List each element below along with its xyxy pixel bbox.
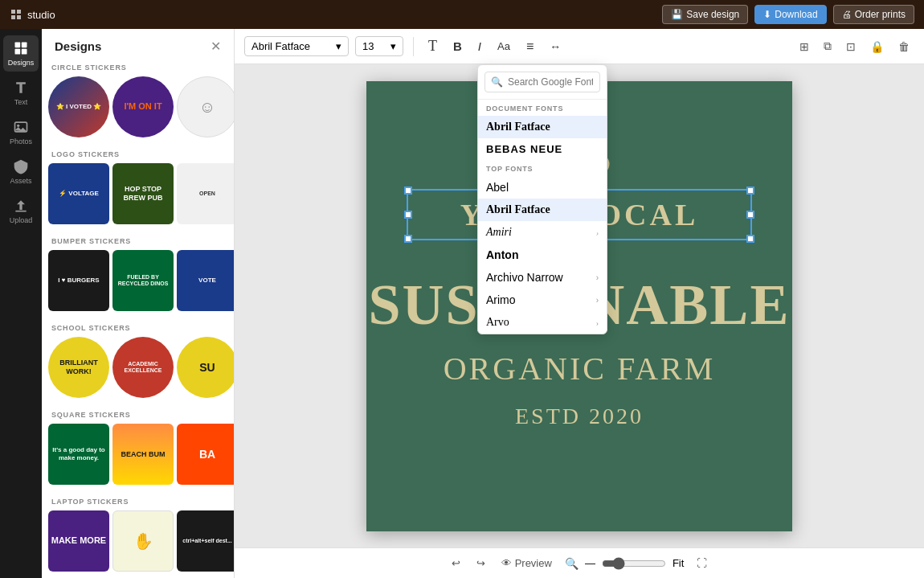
- list-item[interactable]: HOP STOP BREW PUB: [112, 163, 174, 224]
- header: studio 💾 Save design ⬇ Download 🖨 Order …: [0, 0, 924, 29]
- canvas-area: Abril Fatface ▾ 13 ▾ T B I Aa ≡ ↔ ⊞ ⧉ ⊡ …: [235, 29, 924, 578]
- toolbar-right: ⊞ ⧉ ⊡ 🔒 🗑: [795, 36, 914, 56]
- list-item[interactable]: ✋: [112, 510, 174, 572]
- duplicate-button[interactable]: ⧉: [819, 36, 836, 56]
- designs-panel-close[interactable]: ✕: [211, 39, 221, 54]
- list-item[interactable]: FUELED BY RECYCLED DINOS: [112, 250, 174, 311]
- arvo-chevron: ›: [596, 318, 599, 327]
- bold-button[interactable]: B: [448, 36, 467, 56]
- header-left: studio: [10, 8, 55, 21]
- sticker-text: ⭐ I VOTED ⭐: [55, 101, 103, 113]
- list-item[interactable]: BEACH BUM: [112, 424, 174, 485]
- sidebar-item-photos[interactable]: Photos: [3, 114, 39, 150]
- header-right: 💾 Save design ⬇ Download 🖨 Order prints: [662, 5, 914, 24]
- grid-toggle-button[interactable]: ⊞: [795, 36, 814, 56]
- handle-tr[interactable]: [746, 187, 754, 195]
- undo-icon: ↩: [452, 557, 460, 569]
- list-item[interactable]: VOTE: [177, 250, 234, 311]
- sticker-text: SU: [198, 359, 216, 376]
- text-icon-btn[interactable]: T: [423, 35, 442, 58]
- archivo-chevron: ›: [596, 273, 599, 282]
- handle-ml[interactable]: [404, 211, 412, 219]
- handle-bl[interactable]: [404, 235, 412, 243]
- bumper-stickers-label: BUMPER STICKERS: [48, 234, 227, 250]
- spacing-button[interactable]: ↔: [545, 37, 566, 56]
- photos-icon: [13, 119, 29, 135]
- sticker-text: BA: [198, 446, 217, 463]
- sticker-text: ACADEMIC EXCELLENCE: [112, 359, 174, 376]
- italic-button[interactable]: I: [473, 36, 486, 56]
- font-item-label: Arvo: [486, 316, 509, 329]
- svg-rect-3: [22, 49, 27, 55]
- list-item[interactable]: I ♥ BURGERS: [48, 250, 109, 311]
- sticker-text: ☺: [198, 96, 217, 118]
- text-toolbar: Abril Fatface ▾ 13 ▾ T B I Aa ≡ ↔ ⊞ ⧉ ⊡ …: [235, 29, 924, 64]
- zoom-slider[interactable]: [602, 557, 666, 570]
- font-size-selector[interactable]: 13 ▾: [355, 36, 403, 56]
- redo-icon: ↪: [476, 557, 485, 569]
- list-item[interactable]: ctrl+alt+self dest...: [177, 510, 234, 572]
- case-button[interactable]: Aa: [493, 37, 515, 55]
- font-search-box: 🔍: [478, 65, 607, 100]
- font-search-wrapper: 🔍: [484, 72, 600, 92]
- list-item[interactable]: MAKE MORE: [48, 510, 109, 572]
- logo-icon: [10, 8, 22, 21]
- font-item-abel[interactable]: Abel: [478, 176, 607, 199]
- eye-icon: 👁: [501, 557, 512, 569]
- preview-button[interactable]: 👁 Preview: [498, 554, 555, 572]
- toolbar-divider-1: [413, 37, 414, 56]
- handle-mr[interactable]: [746, 211, 754, 219]
- list-item[interactable]: ⚡ VOLTAGE: [48, 163, 109, 224]
- list-item[interactable]: ACADEMIC EXCELLENCE: [112, 337, 174, 398]
- font-item-archivo-narrow[interactable]: Archivo Narrow ›: [478, 266, 607, 289]
- sidebar-item-text[interactable]: Text: [3, 75, 39, 111]
- download-button[interactable]: ⬇ Download: [754, 5, 826, 24]
- logo-stickers-section: LOGO STICKERS ⚡ VOLTAGE HOP STOP BREW PU…: [48, 147, 227, 224]
- sticker-text: BEACH BUM: [120, 449, 167, 461]
- sidebar-item-assets[interactable]: Assets: [3, 154, 39, 190]
- list-item[interactable]: I'M ON IT: [112, 76, 174, 137]
- circle-stickers-grid: ⭐ I VOTED ⭐ I'M ON IT ☺ ›: [48, 76, 227, 137]
- sticker-text: I'M ON IT: [122, 100, 163, 113]
- list-item[interactable]: OPEN: [177, 163, 234, 224]
- arrange-button[interactable]: ⊡: [841, 36, 861, 56]
- list-item[interactable]: BA: [177, 424, 234, 485]
- font-item-anton[interactable]: Anton: [478, 244, 607, 266]
- font-item-bebas-neue[interactable]: BEBAS NEUE: [478, 138, 607, 160]
- redo-button[interactable]: ↪: [473, 554, 489, 572]
- order-prints-button[interactable]: 🖨 Order prints: [833, 5, 914, 24]
- font-item-abril-fatface[interactable]: Abril Fatface: [478, 116, 607, 138]
- estd-text[interactable]: ESTD 2020: [515, 404, 644, 429]
- handle-tl[interactable]: [404, 187, 412, 195]
- download-icon: ⬇: [763, 9, 771, 20]
- logo-stickers-grid: ⚡ VOLTAGE HOP STOP BREW PUB OPEN ›: [48, 163, 227, 224]
- fullscreen-button[interactable]: ⛶: [693, 554, 710, 572]
- laptop-stickers-grid: MAKE MORE ✋ ctrl+alt+self dest... ›: [48, 510, 227, 572]
- save-design-button[interactable]: 💾 Save design: [662, 5, 748, 24]
- list-item[interactable]: SU: [177, 337, 234, 398]
- font-selector-chevron: ▾: [336, 40, 341, 52]
- lock-button[interactable]: 🔒: [865, 36, 889, 56]
- sidebar-item-designs[interactable]: Designs: [3, 35, 39, 72]
- delete-button[interactable]: 🗑: [893, 36, 914, 56]
- font-item-amiri[interactable]: Amiri ›: [478, 221, 607, 244]
- handle-br[interactable]: [746, 235, 754, 243]
- align-button[interactable]: ≡: [521, 36, 538, 57]
- font-selector[interactable]: Abril Fatface ▾: [244, 36, 349, 56]
- sticker-text: MAKE MORE: [50, 534, 108, 547]
- undo-button[interactable]: ↩: [448, 554, 464, 572]
- list-item[interactable]: BRILLIANT WORK!: [48, 337, 109, 398]
- sidebar-item-upload[interactable]: Upload: [3, 193, 39, 229]
- organic-farm-text[interactable]: ORGANIC FARM: [444, 350, 716, 387]
- list-item[interactable]: ☺: [177, 76, 234, 137]
- font-item-arimo[interactable]: Arimo ›: [478, 289, 607, 311]
- list-item[interactable]: It's a good day to make money.: [48, 424, 109, 485]
- font-name-label: Abril Fatface: [251, 40, 310, 52]
- laptop-stickers-section: LAPTOP STICKERS MAKE MORE ✋ ctrl+alt+sel…: [48, 494, 227, 572]
- font-item-arvo[interactable]: Arvo ›: [478, 311, 607, 334]
- font-item-abril-top[interactable]: Abril Fatface: [478, 199, 607, 221]
- list-item[interactable]: ⭐ I VOTED ⭐: [48, 76, 109, 137]
- sticker-text: ✋: [132, 530, 155, 552]
- sidebar-photos-label: Photos: [10, 137, 32, 146]
- save-icon: 💾: [671, 9, 683, 20]
